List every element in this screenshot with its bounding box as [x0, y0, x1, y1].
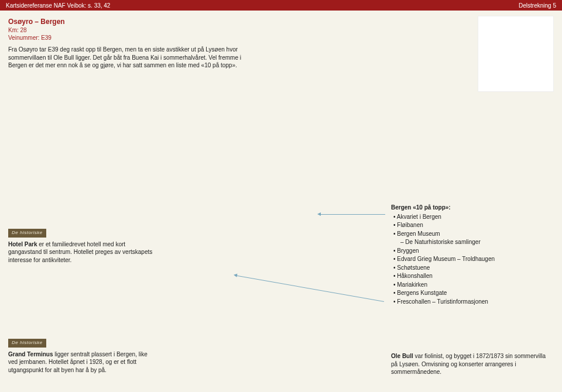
- header-right: Delstrekning 5: [519, 2, 556, 9]
- ole-bull-desc: var fiolinist, og bygget i 1872/1873 sin…: [391, 353, 546, 375]
- bergen-top10-heading: Bergen «10 på topp»:: [391, 204, 552, 212]
- list-item: De Naturhistoriske samlinger: [393, 238, 552, 247]
- grand-terminus-text: Grand Terminus ligger sentralt plassert …: [8, 350, 153, 374]
- list-item: Mariakirken: [393, 281, 552, 290]
- list-item: Bergen Museum: [393, 230, 552, 239]
- list-item: Bergens Kunstgate: [393, 289, 552, 298]
- map-placeholder: [478, 16, 554, 92]
- hotel-park-logo: De historiske: [8, 229, 46, 238]
- list-item: Akvariet i Bergen: [393, 213, 552, 222]
- bergen-top10: Bergen «10 på topp»: Akvariet i BergenFl…: [391, 204, 552, 306]
- list-item: Bryggen: [393, 247, 552, 256]
- grand-terminus-name: Grand Terminus: [8, 351, 53, 357]
- grand-terminus-card: De historiske Grand Terminus ligger sent…: [8, 338, 153, 374]
- route-road: Veinummer: E39: [8, 34, 52, 42]
- route-title: Osøyro – Bergen: [8, 18, 65, 26]
- bergen-top10-list: Akvariet i BergenFløibanenBergen MuseumD…: [391, 213, 552, 307]
- list-item: Edvard Grieg Museum – Troldhaugen: [393, 255, 552, 264]
- arrow-icon: [319, 214, 385, 215]
- hotel-park-name: Hotel Park: [8, 241, 37, 247]
- list-item: Håkonshallen: [393, 272, 552, 281]
- list-item: Schøtstuene: [393, 264, 552, 273]
- header-left: Kartsidereferanse NAF Veibok: s. 33, 42: [6, 2, 110, 9]
- hotel-park-text: Hotel Park er et familiedrevet hotell me…: [8, 240, 153, 264]
- grand-terminus-logo: De historiske: [8, 339, 46, 348]
- hotel-park-card: De historiske Hotel Park er et familiedr…: [8, 228, 153, 264]
- route-paragraph: Fra Osøyro tar E39 deg raskt opp til Ber…: [8, 46, 248, 70]
- ole-bull-card: Ole Bull var fiolinist, og bygget i 1872…: [391, 352, 550, 376]
- arrow-icon: [235, 275, 384, 302]
- list-item: Frescohallen – Turistinformasjonen: [393, 298, 552, 307]
- list-item: Fløibanen: [393, 221, 552, 230]
- ole-bull-name: Ole Bull: [391, 353, 413, 359]
- header-bar: Kartsidereferanse NAF Veibok: s. 33, 42 …: [0, 0, 562, 11]
- route-km: Km: 28: [8, 26, 52, 34]
- route-meta: Km: 28 Veinummer: E39: [8, 26, 52, 42]
